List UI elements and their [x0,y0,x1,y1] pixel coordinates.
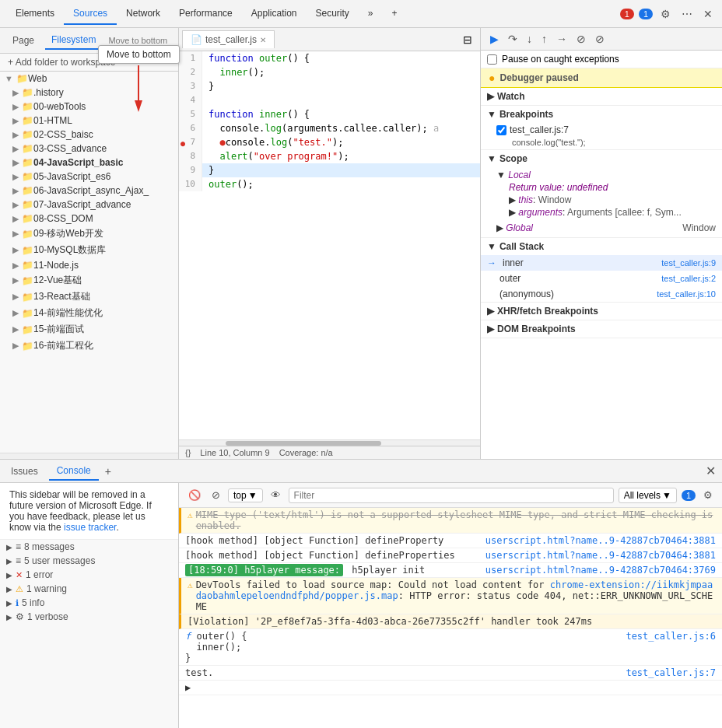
step-into-btn[interactable]: ↓ [524,31,535,47]
dom-header[interactable]: ▶ DOM Breakpoints [481,320,722,338]
step-out-btn[interactable]: ↑ [538,31,550,47]
tab-console[interactable]: Console [49,462,99,481]
tree-item-mobile-web[interactable]: ▶ 📁 09-移动Web开发 [0,226,178,242]
log-level-selector[interactable]: All levels ▼ [619,488,677,503]
close-btn[interactable]: ✕ [700,6,716,22]
tree-item-mysql[interactable]: ▶ 📁 10-MySQL数据库 [0,242,178,258]
console-settings-btn[interactable]: ⚙ [700,488,716,502]
dont-pause-btn[interactable]: ⊘ [592,31,608,47]
tree-item-js-advance[interactable]: ▶ 📁 07-JavaScript_advance [0,198,178,212]
code-line-5: 5 function inner() { [179,107,480,121]
group-warnings[interactable]: ▶ ⚠ 1 warning [0,582,178,596]
code-editor[interactable]: 1 function outer() { 2 inner(); 3 } 4 [179,51,480,439]
debugger-toolbar: ▶ ↷ ↓ ↑ → ⊘ ⊘ [481,28,722,51]
tree-item-web[interactable]: ▼ 📁 Web [0,72,178,86]
tree-item-history[interactable]: ▶ 📁 .history [0,86,178,100]
tree-item-html[interactable]: ▶ 📁 01-HTML [0,114,178,128]
xhr-header[interactable]: ▶ XHR/fetch Breakpoints [481,303,722,320]
collapse-panel-btn[interactable]: ⊟ [458,32,477,47]
debugger-scroll[interactable]: ▶ Watch ▼ Breakpoints test_caller.js:7 c… [481,88,722,459]
group-errors[interactable]: ▶ ✕ 1 error [0,568,178,582]
add-folder-btn[interactable]: + Add folder to workspace [0,54,178,72]
scope-arguments[interactable]: ▶ arguments: Arguments [callee: f, Sym..… [509,206,716,219]
console-sidebar: This sidebar will be removed in a future… [0,483,179,728]
paused-dot: ● [489,72,495,84]
this-expand-icon: ▶ [509,194,516,205]
tab-sources[interactable]: Sources [64,3,117,25]
tree-item-engineering[interactable]: ▶ 📁 16-前端工程化 [0,338,178,354]
tab-add[interactable]: + [383,3,407,25]
tree-item-css-dom[interactable]: ▶ 📁 08-CSS_DOM [0,212,178,226]
add-console-tab-btn[interactable]: + [102,464,114,479]
code-tab-file[interactable]: 📄 test_caller.js ✕ [182,30,275,48]
topbar-right: 1 1 ⚙ ⋯ ✕ [620,6,716,22]
tree-item-css-advance[interactable]: ▶ 📁 03-CSS_advance [0,142,178,156]
pause-caught-checkbox[interactable] [487,54,497,65]
tree-item-node[interactable]: ▶ 📁 11-Node.js [0,258,178,272]
tab-application[interactable]: Application [242,3,307,25]
live-expression-btn[interactable]: 👁 [268,488,284,502]
hook1-link[interactable]: userscript.html?name..9-42887cb70464:388… [485,535,716,546]
watch-header[interactable]: ▶ Watch [481,88,722,105]
breakpoint-item-1[interactable]: test_caller.js:7 [481,123,722,137]
tab-network[interactable]: Network [117,3,170,25]
tree-item-webtools[interactable]: ▶ 📁 00-webTools [0,100,178,114]
resume-btn[interactable]: ▶ [487,31,502,47]
tree-item-css-basic[interactable]: ▶ 📁 02-CSS_baisc [0,128,178,142]
h5player-badge: [18:59:0] h5player message: [185,564,343,576]
sidebar-tab-filesystem[interactable]: Filesystem [45,31,102,50]
sidebar-scrollbar[interactable] [0,453,178,459]
h5player-link[interactable]: userscript.html?name..9-42887cb70464:376… [485,565,716,576]
code-link[interactable]: test_caller.js:6 [626,631,716,642]
tab-close-icon[interactable]: ✕ [260,36,266,44]
group-all-messages[interactable]: ▶ ≡ 8 messages [0,540,178,554]
sidebar-tab-page[interactable]: Page [6,32,40,49]
tree-item-perf[interactable]: ▶ 📁 14-前端性能优化 [0,305,178,321]
tree-item-js-ajax[interactable]: ▶ 📁 06-JavaScript_async_Ajax_ [0,184,178,198]
scope-local[interactable]: ▼ Local [496,169,716,181]
step-btn[interactable]: → [553,31,570,47]
tab-performance[interactable]: Performance [170,3,242,25]
scrollbar-thumb[interactable] [226,441,381,446]
hook2-link[interactable]: userscript.html?name..9-42887cb70464:388… [485,550,716,561]
issue-tracker-link[interactable]: issue tracker [64,522,116,533]
more-btn[interactable]: ⋯ [678,6,696,22]
callstack-item-outer[interactable]: outer test_caller.js:2 [481,271,722,286]
callstack-header[interactable]: ▼ Call Stack [481,238,722,255]
console-entry-expand[interactable]: ▶ [179,681,722,695]
test-link[interactable]: test_caller.js:7 [626,667,716,678]
callstack-item-inner[interactable]: → inner test_caller.js:9 [481,255,722,271]
tree-item-js-es6[interactable]: ▶ 📁 05-JavaScript_es6 [0,170,178,184]
settings-btn[interactable]: ⚙ [657,6,674,22]
format-icon[interactable]: {} [185,448,191,457]
filter-input[interactable] [289,488,614,503]
deactivate-btn[interactable]: ⊘ [573,31,589,47]
tab-elements[interactable]: Elements [6,3,64,25]
sourcemap-link[interactable]: chrome-extension://iikmkjmpaadaobahmlepe… [196,579,713,601]
group-info[interactable]: ▶ ℹ 5 info [0,596,178,610]
expand-arrow[interactable]: ▶ [185,682,716,693]
code-horizontal-scrollbar[interactable] [179,439,480,446]
scope-global[interactable]: ▶ Global Window [496,222,716,234]
console-close-btn[interactable]: ✕ [703,464,719,478]
tab-issues[interactable]: Issues [3,463,46,480]
scope-header[interactable]: ▼ Scope [481,150,722,167]
tree-item-js-basic[interactable]: ▶ 📁 04-JavaScript_basic [0,156,178,170]
filter-toggle-btn[interactable]: ⊘ [209,488,223,502]
tree-item-react[interactable]: ▶ 📁 13-React基础 [0,289,178,305]
top-context-selector[interactable]: top ▼ [228,488,263,502]
group-user-messages[interactable]: ▶ ≡ 5 user messages [0,554,178,568]
tree-item-interview[interactable]: ▶ 📁 15-前端面试 [0,321,178,338]
group-verbose[interactable]: ▶ ⚙ 1 verbose [0,610,178,624]
callstack-item-anon[interactable]: (anonymous) test_caller.js:10 [481,286,722,302]
move-to-bottom-tooltip[interactable]: Move to bottom [108,36,167,45]
tab-more[interactable]: » [359,3,383,25]
clear-console-btn[interactable]: 🚫 [185,488,204,502]
scope-this[interactable]: ▶ this: Window [509,194,716,206]
tree-item-vue[interactable]: ▶ 📁 12-Vue基础 [0,272,178,289]
breakpoints-header[interactable]: ▼ Breakpoints [481,106,722,123]
tab-security[interactable]: Security [307,3,359,25]
bp-checkbox[interactable] [496,125,506,135]
step-over-btn[interactable]: ↷ [505,31,520,47]
console-body[interactable]: ⚠ MIME type ('text/html') is not a suppo… [179,508,722,728]
